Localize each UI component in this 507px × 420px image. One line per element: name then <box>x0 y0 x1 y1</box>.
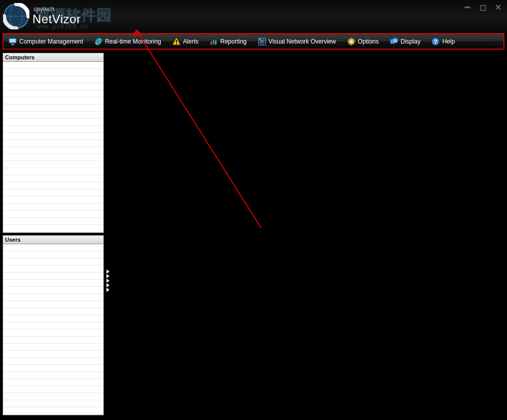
list-row[interactable] <box>3 273 103 280</box>
svg-rect-11 <box>176 40 177 43</box>
chevron-right-icon[interactable] <box>106 288 110 292</box>
users-panel: Users <box>3 235 104 415</box>
toolbar-realtime-monitoring[interactable]: Real-time Monitoring <box>94 37 161 46</box>
list-row[interactable] <box>3 161 103 168</box>
toolbar-reporting[interactable]: Reporting <box>209 37 246 46</box>
list-row[interactable] <box>3 251 103 258</box>
svg-rect-22 <box>261 41 263 42</box>
list-row[interactable] <box>3 379 103 386</box>
list-row[interactable] <box>3 308 103 315</box>
list-row[interactable] <box>3 225 103 232</box>
toolbar-options[interactable]: Options <box>347 37 379 46</box>
list-row[interactable] <box>3 147 103 154</box>
toolbar-label: Options <box>358 38 379 45</box>
list-row[interactable] <box>3 336 103 343</box>
toolbar-help[interactable]: ? Help <box>431 37 455 46</box>
svg-rect-12 <box>176 43 177 44</box>
svg-point-24 <box>350 41 352 43</box>
list-row[interactable] <box>3 393 103 400</box>
list-row[interactable] <box>3 386 103 393</box>
svg-rect-14 <box>213 40 214 45</box>
list-row[interactable] <box>3 175 103 182</box>
list-row[interactable] <box>3 140 103 147</box>
list-row[interactable] <box>3 315 103 322</box>
app-logo: spytech NetVizor <box>3 3 81 29</box>
list-row[interactable] <box>3 358 103 365</box>
chevron-right-icon[interactable] <box>106 283 110 287</box>
close-button[interactable]: ✕ <box>494 4 502 12</box>
chevron-right-icon[interactable] <box>106 270 110 274</box>
computers-list[interactable] <box>3 62 104 233</box>
list-row[interactable] <box>3 90 103 97</box>
users-panel-header[interactable]: Users <box>3 235 104 244</box>
computers-panel-header[interactable]: Computers <box>3 53 104 62</box>
svg-line-29 <box>348 39 349 40</box>
toolbar-label: Display <box>401 38 420 45</box>
toolbar-computer-management[interactable]: Computer Management <box>9 37 83 46</box>
list-row[interactable] <box>3 182 103 189</box>
list-row[interactable] <box>3 119 103 126</box>
list-row[interactable] <box>3 372 103 379</box>
list-row[interactable] <box>3 133 103 140</box>
list-row[interactable] <box>3 365 103 372</box>
monitor-icon <box>9 37 17 46</box>
list-row[interactable] <box>3 218 103 225</box>
toolbar-label: Reporting <box>220 38 246 45</box>
help-icon: ? <box>431 37 440 46</box>
users-list[interactable] <box>3 244 104 415</box>
titlebar: 河源软件园 www.pc0359.cn spytech NetVizor ━ ◻… <box>0 0 507 32</box>
list-row[interactable] <box>3 197 103 204</box>
svg-rect-13 <box>210 42 212 45</box>
svg-rect-6 <box>11 45 15 45</box>
main-toolbar: Computer Management Real-time Monitoring… <box>3 33 504 50</box>
chart-icon <box>209 37 218 46</box>
list-row[interactable] <box>3 154 103 161</box>
list-row[interactable] <box>3 329 103 336</box>
list-row[interactable] <box>3 168 103 175</box>
toolbar-alerts[interactable]: Alerts <box>172 37 199 46</box>
list-row[interactable] <box>3 62 103 69</box>
list-row[interactable] <box>3 280 103 287</box>
main-content <box>104 51 507 420</box>
list-row[interactable] <box>3 126 103 133</box>
list-row[interactable] <box>3 69 103 76</box>
list-row[interactable] <box>3 301 103 308</box>
list-row[interactable] <box>3 76 103 83</box>
list-row[interactable] <box>3 343 103 351</box>
toolbar-display[interactable]: Display <box>390 37 420 46</box>
svg-rect-36 <box>393 38 397 39</box>
svg-rect-4 <box>10 39 16 42</box>
brand-title: NetVizor <box>32 13 81 26</box>
list-row[interactable] <box>3 111 103 119</box>
toolbar-label: Real-time Monitoring <box>105 38 161 45</box>
toolbar-label: Computer Management <box>19 38 83 45</box>
list-row[interactable] <box>3 204 103 211</box>
toolbar-label: Alerts <box>183 38 199 45</box>
list-row[interactable] <box>3 351 103 358</box>
chevron-right-icon[interactable] <box>106 274 110 278</box>
list-row[interactable] <box>3 258 103 265</box>
list-row[interactable] <box>3 407 103 414</box>
list-row[interactable] <box>3 189 103 197</box>
sidebar: Computers Users <box>0 51 104 420</box>
chevron-right-icon[interactable] <box>106 279 110 283</box>
splitter-arrows[interactable] <box>106 270 110 292</box>
brand-subtitle: spytech <box>33 6 81 13</box>
list-row[interactable] <box>3 104 103 111</box>
maximize-button[interactable]: ◻ <box>479 4 487 12</box>
list-row[interactable] <box>3 322 103 329</box>
list-row[interactable] <box>3 244 103 251</box>
list-row[interactable] <box>3 400 103 407</box>
toolbar-label: Help <box>442 38 455 45</box>
list-row[interactable] <box>3 265 103 273</box>
list-row[interactable] <box>3 83 103 90</box>
toolbar-visual-network[interactable]: Visual Network Overview <box>258 37 336 46</box>
gear-icon <box>347 37 355 46</box>
minimize-button[interactable]: ━ <box>463 4 472 12</box>
list-row[interactable] <box>3 294 103 301</box>
list-row[interactable] <box>3 211 103 218</box>
list-row[interactable] <box>3 97 103 104</box>
list-row[interactable] <box>3 287 103 294</box>
grid-icon <box>258 37 266 46</box>
computers-panel: Computers <box>3 53 104 233</box>
